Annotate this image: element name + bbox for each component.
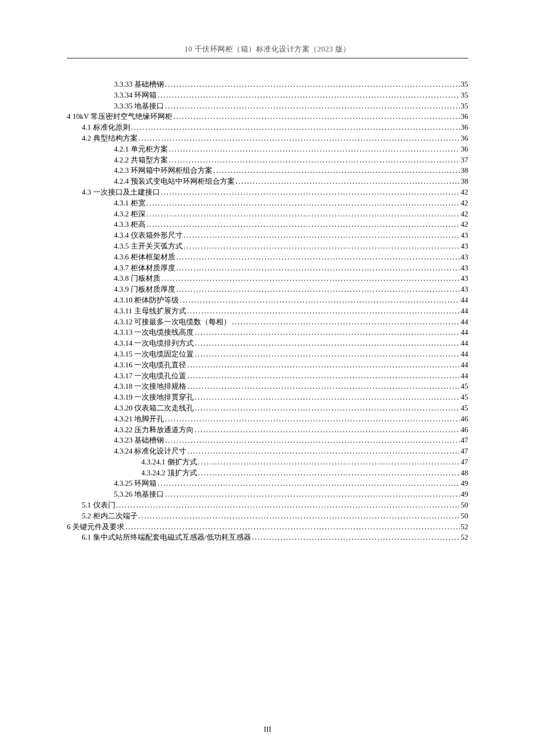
toc-leader-dots [198, 458, 460, 466]
toc-page-number: 50 [461, 512, 468, 520]
toc-leader-dots [158, 480, 460, 487]
toc-leader-dots [195, 351, 460, 358]
toc-page-number: 43 [461, 232, 468, 239]
toc-entry: 4.3.10 柜体防护等级44 [67, 297, 468, 304]
toc-entry: 4.3.15 一次电缆固定位置44 [67, 351, 468, 358]
toc-label: 4.2 典型结构方案 [82, 135, 138, 142]
toc-label: 4.3.13 一次电缆接线高度 [114, 329, 194, 336]
toc-entry: 4.3.4 仪表箱外形尺寸43 [67, 232, 468, 239]
toc-label: 3.3.34 环网箱 [114, 92, 157, 99]
toc-label: 4.3.18 一次接地排规格 [114, 383, 186, 390]
toc-leader-dots [252, 534, 460, 541]
toc-page-number: 42 [461, 189, 468, 196]
toc-page-number: 44 [461, 329, 468, 336]
toc-entry: 4.3.13 一次电缆接线高度44 [67, 329, 468, 336]
toc-leader-dots [187, 307, 460, 315]
toc-page-number: 45 [461, 394, 468, 401]
toc-entry: 6 关键元件及要求52 [67, 523, 468, 531]
toc-entry: 3.3.34 环网箱35 [67, 92, 468, 99]
toc-label: 5.3.26 地基接口 [114, 491, 164, 498]
toc-leader-dots [116, 502, 460, 509]
toc-entry: 4.3.22 压力释放通道方向46 [67, 426, 468, 434]
toc-entry: 4.3.12 可接最多一次电缆数（每相）44 [67, 318, 468, 326]
toc-label: 4.3.8 门板材质 [114, 275, 160, 282]
toc-entry: 4.3.18 一次接地排规格45 [67, 383, 468, 390]
toc-label: 4.3.7 柜体材质厚度 [114, 264, 175, 272]
toc-leader-dots [161, 189, 460, 196]
toc-leader-dots [195, 426, 460, 434]
toc-label: 4.3.20 仪表箱二次走线孔 [114, 404, 194, 412]
toc-entry: 4.3.8 门板材质43 [67, 275, 468, 282]
toc-entry: 5.1 仪表门50 [67, 502, 468, 509]
toc-page-number: 44 [461, 372, 468, 380]
toc-entry: 5.3.26 地基接口49 [67, 491, 468, 498]
toc-label: 4.1 标准化原则 [82, 124, 130, 131]
toc-leader-dots [187, 361, 460, 369]
toc-label: 4 10kV 常压密封空气绝缘环网柜 [67, 113, 172, 120]
toc-leader-dots [147, 221, 460, 228]
toc-leader-dots [236, 178, 460, 185]
toc-entry: 4.2.1 单元柜方案36 [67, 146, 468, 153]
toc-entry: 4.3.7 柜体材质厚度43 [67, 264, 468, 272]
toc-label: 3.3.33 基础槽钢 [114, 81, 164, 88]
toc-entry: 4.3.6 柜体框架材质43 [67, 253, 468, 261]
toc-page-number: 42 [461, 221, 468, 228]
toc-page-number: 46 [461, 415, 468, 423]
toc-page-number: 44 [461, 318, 468, 326]
toc-entry: 4.3.2 柜深42 [67, 210, 468, 218]
toc-label: 4.3.16 一次电缆孔直径 [114, 361, 186, 369]
toc-page-number: 44 [461, 361, 468, 369]
toc-page-number: 47 [461, 458, 468, 466]
page-number: III [0, 725, 535, 734]
toc-label: 4.3.21 地脚开孔 [114, 415, 164, 423]
toc-entry: 4.2 典型结构方案36 [67, 135, 468, 142]
toc-label: 6.1 集中式站所终端配套电磁式互感器/低功耗互感器 [82, 534, 251, 541]
page-header: 10 千伏环网柜（箱）标准化设计方案（2023 版） [67, 45, 468, 58]
toc-leader-dots [139, 135, 460, 142]
toc-label: 4.3.4 仪表箱外形尺寸 [114, 232, 183, 239]
toc-label: 6 关键元件及要求 [67, 523, 124, 531]
toc-leader-dots [165, 491, 460, 498]
toc-page-number: 35 [461, 92, 468, 99]
toc-leader-dots [169, 156, 460, 164]
toc-label: 3.3.35 地基接口 [114, 102, 164, 110]
toc-entry: 4.3.9 门板材质厚度43 [67, 286, 468, 293]
toc-leader-dots [180, 297, 460, 304]
toc-entry: 4.1 标准化原则36 [67, 124, 468, 131]
toc-entry: 4.3 一次接口及土建接口42 [67, 189, 468, 196]
toc-page-number: 44 [461, 297, 468, 304]
toc-entry: 3.3.33 基础槽钢35 [67, 81, 468, 88]
toc-leader-dots [232, 318, 460, 326]
toc-entry: 4.3.24.2 顶扩方式48 [67, 469, 468, 477]
toc-label: 4.3.6 柜体框架材质 [114, 253, 175, 261]
toc-entry: 4.3.23 基础槽钢47 [67, 437, 468, 444]
toc-leader-dots [147, 210, 460, 218]
toc-entry: 4.3.16 一次电缆孔直径44 [67, 361, 468, 369]
toc-label: 5.1 仪表门 [82, 502, 115, 509]
toc-label: 4.3.1 柜宽 [114, 200, 146, 207]
toc-page-number: 50 [461, 502, 468, 509]
toc-entry: 4 10kV 常压密封空气绝缘环网柜36 [67, 113, 468, 120]
toc-leader-dots [187, 372, 460, 380]
toc-label: 4.3.24.2 顶扩方式 [141, 469, 197, 477]
toc-entry: 4.3.1 柜宽42 [67, 200, 468, 207]
toc-page-number: 49 [461, 480, 468, 487]
toc-entry: 4.3.21 地脚开孔46 [67, 415, 468, 423]
toc-leader-dots [165, 102, 460, 110]
toc-page-number: 52 [461, 523, 468, 531]
toc-leader-dots [176, 286, 460, 293]
toc-page-number: 43 [461, 243, 468, 250]
document-page: 10 千伏环网柜（箱）标准化设计方案（2023 版） 3.3.33 基础槽钢35… [0, 0, 535, 756]
toc-label: 4.3.9 门板材质厚度 [114, 286, 175, 293]
toc-leader-dots [169, 146, 460, 153]
toc-page-number: 45 [461, 383, 468, 390]
toc-entry: 5.2 柜内二次端子50 [67, 512, 468, 520]
toc-leader-dots [176, 264, 460, 272]
toc-label: 4.3.5 主开关灭弧方式 [114, 243, 183, 250]
toc-entry: 4.3.20 仪表箱二次走线孔45 [67, 404, 468, 412]
toc-leader-dots [195, 340, 460, 347]
toc-entry: 4.3.11 主母线扩展方式44 [67, 307, 468, 315]
toc-label: 4.3.15 一次电缆固定位置 [114, 351, 194, 358]
toc-leader-dots [165, 81, 460, 88]
toc-page-number: 44 [461, 307, 468, 315]
